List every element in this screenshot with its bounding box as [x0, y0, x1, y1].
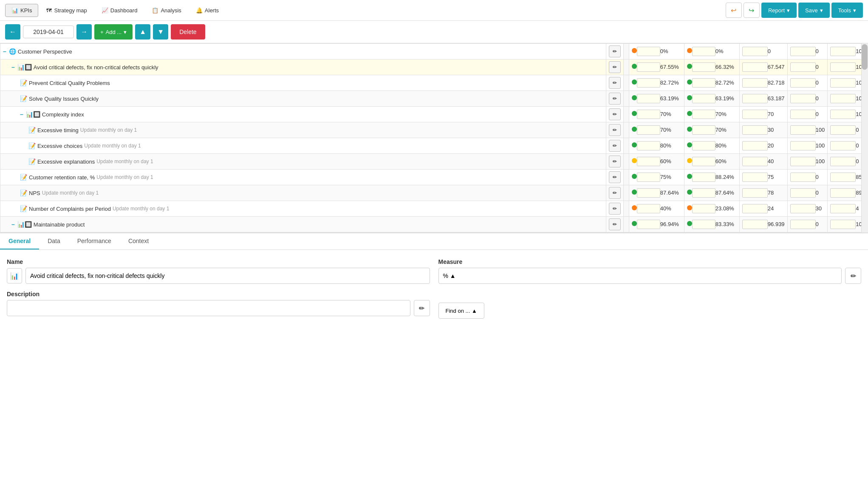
tab-data[interactable]: Data	[39, 233, 69, 249]
max-input[interactable]	[830, 47, 856, 56]
actual-input[interactable]	[637, 157, 660, 166]
measure-link-button[interactable]: ✏	[845, 268, 861, 284]
tab-general[interactable]: General	[0, 233, 39, 249]
row-edit-button[interactable]: ✏	[609, 45, 621, 57]
min-input[interactable]	[790, 173, 816, 182]
row-edit-button[interactable]: ✏	[609, 77, 621, 89]
min-input[interactable]	[790, 141, 816, 150]
min-input[interactable]	[790, 220, 816, 229]
min-input[interactable]	[790, 62, 816, 72]
actual-input[interactable]	[637, 94, 660, 103]
collapse-button[interactable]: –	[3, 48, 6, 55]
add-button[interactable]: + Add ... ▾	[94, 24, 133, 40]
collapse-button[interactable]: –	[11, 221, 15, 228]
score-input[interactable]	[742, 94, 768, 103]
actual-input[interactable]	[637, 188, 660, 198]
row-edit-button[interactable]: ✏	[609, 218, 621, 230]
max-input[interactable]	[830, 188, 856, 198]
min-input[interactable]	[790, 157, 816, 166]
target-input[interactable]	[692, 220, 715, 229]
score-input[interactable]	[742, 220, 768, 229]
target-input[interactable]	[692, 173, 715, 182]
tab-strategy-map[interactable]: 🗺 Strategy map	[40, 4, 93, 17]
min-input[interactable]	[790, 204, 816, 213]
max-input[interactable]	[830, 110, 856, 119]
delete-button[interactable]: Delete	[171, 24, 205, 40]
row-edit-button[interactable]: ✏	[609, 187, 621, 199]
target-input[interactable]	[692, 204, 715, 213]
score-input[interactable]	[742, 110, 768, 119]
undo-button[interactable]: ↩	[726, 3, 742, 18]
save-button[interactable]: Save ▾	[798, 3, 830, 18]
max-input[interactable]	[830, 157, 856, 166]
report-button[interactable]: Report ▾	[761, 3, 797, 18]
collapse-button[interactable]: –	[20, 111, 23, 118]
min-input[interactable]	[790, 188, 816, 198]
score-input[interactable]	[742, 125, 768, 135]
description-input[interactable]	[7, 300, 410, 316]
tab-dashboard[interactable]: 📈 Dashboard	[95, 4, 144, 17]
tools-button[interactable]: Tools ▾	[831, 3, 863, 18]
target-input[interactable]	[692, 110, 715, 119]
min-input[interactable]	[790, 94, 816, 103]
score-input[interactable]	[742, 62, 768, 72]
actual-input[interactable]	[637, 47, 660, 56]
max-input[interactable]	[830, 173, 856, 182]
target-input[interactable]	[692, 157, 715, 166]
scrollbar-track[interactable]	[861, 43, 868, 232]
target-input[interactable]	[692, 141, 715, 150]
max-input[interactable]	[830, 220, 856, 229]
scrollbar-thumb[interactable]	[862, 44, 868, 70]
move-down-button[interactable]: ▼	[153, 24, 168, 40]
target-input[interactable]	[692, 188, 715, 198]
row-edit-button[interactable]: ✏	[609, 93, 621, 105]
score-input[interactable]	[742, 78, 768, 88]
actual-input[interactable]	[637, 125, 660, 135]
tab-alerts[interactable]: 🔔 Alerts	[189, 4, 225, 17]
max-input[interactable]	[830, 78, 856, 88]
min-input[interactable]	[790, 47, 816, 56]
actual-input[interactable]	[637, 204, 660, 213]
target-input[interactable]	[692, 78, 715, 88]
max-input[interactable]	[830, 62, 856, 72]
max-input[interactable]	[830, 125, 856, 135]
min-input[interactable]	[790, 78, 816, 88]
actual-input[interactable]	[637, 62, 660, 72]
actual-input[interactable]	[637, 173, 660, 182]
max-input[interactable]	[830, 204, 856, 213]
next-date-button[interactable]: →	[76, 24, 92, 40]
target-input[interactable]	[692, 47, 715, 56]
row-edit-button[interactable]: ✏	[609, 203, 621, 215]
row-edit-button[interactable]: ✏	[609, 108, 621, 120]
score-input[interactable]	[742, 157, 768, 166]
min-input[interactable]	[790, 110, 816, 119]
min-input[interactable]	[790, 125, 816, 135]
score-input[interactable]	[742, 204, 768, 213]
actual-input[interactable]	[637, 220, 660, 229]
tab-performance[interactable]: Performance	[69, 233, 120, 249]
measure-input[interactable]	[438, 268, 842, 284]
description-link-button[interactable]: ✏	[414, 300, 430, 316]
max-input[interactable]	[830, 94, 856, 103]
move-up-button[interactable]: ▲	[135, 24, 150, 40]
row-edit-button[interactable]: ✏	[609, 140, 621, 152]
tab-kpis[interactable]: 📊 KPIs	[5, 4, 38, 17]
collapse-button[interactable]: –	[11, 64, 15, 71]
target-input[interactable]	[692, 62, 715, 72]
actual-input[interactable]	[637, 78, 660, 88]
row-edit-button[interactable]: ✏	[609, 61, 621, 73]
redo-button[interactable]: ↪	[744, 3, 760, 18]
name-input[interactable]	[25, 268, 430, 284]
prev-date-button[interactable]: ←	[5, 24, 20, 40]
score-input[interactable]	[742, 188, 768, 198]
score-input[interactable]	[742, 173, 768, 182]
target-input[interactable]	[692, 94, 715, 103]
score-input[interactable]	[742, 141, 768, 150]
score-input[interactable]	[742, 47, 768, 56]
row-edit-button[interactable]: ✏	[609, 171, 621, 183]
tab-context[interactable]: Context	[120, 233, 157, 249]
actual-input[interactable]	[637, 141, 660, 150]
row-edit-button[interactable]: ✏	[609, 156, 621, 167]
tab-analysis[interactable]: 📋 Analysis	[145, 4, 187, 17]
max-input[interactable]	[830, 141, 856, 150]
